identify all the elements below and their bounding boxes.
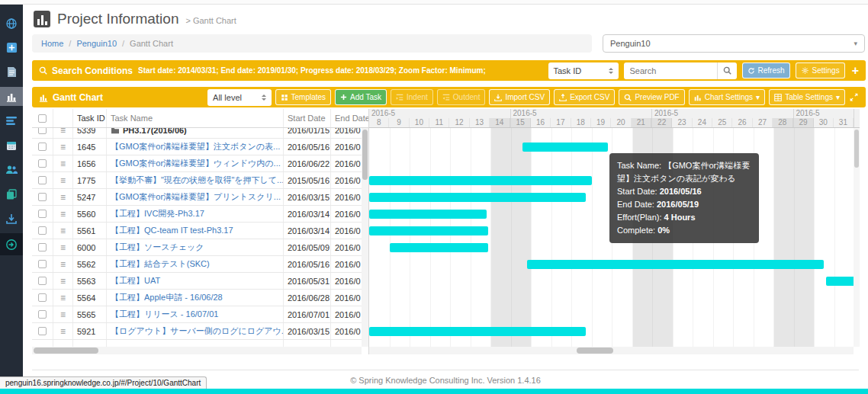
drag-handle-icon[interactable]: ≡: [53, 273, 73, 289]
drag-handle-icon[interactable]: ≡: [53, 306, 73, 322]
drag-handle-icon[interactable]: ≡: [53, 256, 73, 272]
task-name-link[interactable]: 【GMO案件or溝端様要望】プリントスクリ...: [107, 189, 284, 205]
scrollbar-thumb[interactable]: [854, 130, 859, 168]
row-checkbox[interactable]: [32, 128, 53, 138]
row-checkbox[interactable]: [32, 256, 53, 272]
table-row[interactable]: ≡5561【工程】QC-team IT test-Ph3.172016/03/1…: [32, 223, 368, 239]
breadcrumb-project-link[interactable]: Penguin10: [76, 39, 117, 48]
add-condition-button[interactable]: +: [852, 65, 859, 77]
sidebar-item-documents[interactable]: [0, 62, 23, 82]
select-all-checkbox[interactable]: [32, 109, 53, 127]
gantt-bar[interactable]: [826, 277, 854, 286]
drag-handle-icon[interactable]: ≡: [53, 139, 73, 155]
task-name-link[interactable]: 【工程】リリース - 16/07/01: [107, 306, 284, 322]
sidebar-item-globe[interactable]: [0, 14, 23, 33]
import-csv-button[interactable]: Import CSV: [489, 89, 550, 105]
table-row[interactable]: ≡5560【工程】IVC開発-Ph3.172016/03/142016/0: [32, 206, 368, 223]
scrollbar-thumb[interactable]: [362, 130, 368, 180]
row-checkbox[interactable]: [32, 223, 53, 239]
task-name-link[interactable]: 【工程】UAT: [107, 273, 284, 289]
row-checkbox[interactable]: [32, 189, 53, 205]
settings-button[interactable]: Settings: [796, 62, 845, 78]
sidebar-item-add[interactable]: [0, 38, 23, 57]
table-row[interactable]: ≡5247【GMO案件or溝端様要望】プリントスクリ...2016/03/152…: [32, 189, 368, 206]
table-row[interactable]: [32, 340, 368, 347]
task-name-link[interactable]: [107, 340, 284, 347]
table-horizontal-scrollbar[interactable]: [32, 347, 362, 354]
outdent-button[interactable]: Outdent: [437, 89, 486, 105]
table-row[interactable]: ≡5339PH3.17(2016/06)2016/01/152016/0: [32, 128, 368, 139]
drag-handle-icon[interactable]: ≡: [53, 239, 73, 255]
task-name-link[interactable]: 【工程】Apple申請 - 16/06/28: [107, 290, 284, 306]
refresh-button[interactable]: Refresh: [742, 62, 790, 78]
drag-handle-icon[interactable]: ≡: [53, 206, 73, 222]
row-checkbox[interactable]: [32, 340, 53, 347]
table-settings-button[interactable]: Table Settings ▾: [769, 89, 845, 105]
sidebar-item-project-info[interactable]: [0, 87, 23, 106]
row-checkbox[interactable]: [32, 239, 53, 255]
table-row[interactable]: ≡1775【挙動不審】"現在の状態を取得"を押下して...2015/05/162…: [32, 172, 368, 189]
task-name-link[interactable]: 【GMO案件or溝端様要望】注文ボタンの表...: [107, 139, 284, 155]
chart-horizontal-scrollbar[interactable]: [369, 347, 854, 354]
task-name-link[interactable]: 【工程】ソースチェック: [107, 239, 284, 255]
row-checkbox[interactable]: [32, 206, 53, 222]
scrollbar-thumb[interactable]: [34, 348, 98, 354]
row-checkbox[interactable]: [32, 323, 53, 339]
sidebar-item-tasks[interactable]: [0, 111, 23, 130]
search-submit-button[interactable]: [717, 62, 737, 79]
table-row[interactable]: ≡5564【工程】Apple申請 - 16/06/282016/06/28201…: [32, 290, 368, 306]
sidebar-item-downloads[interactable]: [0, 209, 23, 228]
table-row[interactable]: ≡5563【工程】UAT2016/05/312016/0: [32, 273, 368, 290]
row-checkbox[interactable]: [32, 155, 53, 171]
row-checkbox[interactable]: [32, 273, 53, 289]
drag-handle-icon[interactable]: [53, 340, 73, 347]
drag-handle-icon[interactable]: ≡: [53, 223, 73, 239]
indent-button[interactable]: Indent: [391, 89, 433, 105]
table-vertical-scrollbar[interactable]: [362, 128, 368, 347]
breadcrumb-home-link[interactable]: Home: [41, 39, 63, 48]
drag-handle-icon[interactable]: ≡: [53, 128, 73, 138]
table-row[interactable]: ≡1645【GMO案件or溝端様要望】注文ボタンの表...2016/05/162…: [32, 139, 368, 155]
task-name-link[interactable]: 【挙動不審】"現在の状態を取得"を押下して...: [107, 172, 284, 188]
chart-settings-button[interactable]: Chart Settings ▾: [689, 89, 765, 105]
project-select[interactable]: Penguin10 ▾: [603, 34, 865, 53]
drag-handle-icon[interactable]: ≡: [53, 189, 73, 205]
sidebar-item-logout[interactable]: [0, 233, 23, 255]
scrollbar-thumb[interactable]: [577, 348, 613, 354]
drag-handle-icon[interactable]: ≡: [53, 323, 73, 339]
row-checkbox[interactable]: [32, 172, 53, 188]
chart-vertical-scrollbar[interactable]: [854, 128, 860, 347]
gantt-bar[interactable]: [390, 243, 489, 252]
sidebar-item-calendar[interactable]: [0, 136, 23, 155]
table-row[interactable]: ≡5565【工程】リリース - 16/07/012016/07/012016/0: [32, 306, 368, 323]
drag-handle-icon[interactable]: ≡: [53, 172, 73, 188]
table-row[interactable]: ≡5562【工程】結合テスト(SKC)2016/05/162016/0: [32, 256, 368, 273]
task-name-link[interactable]: PH3.17(2016/06): [107, 128, 284, 138]
gantt-bar[interactable]: [527, 260, 825, 269]
row-checkbox[interactable]: [32, 306, 53, 322]
task-name-link[interactable]: 【工程】結合テスト(SKC): [107, 256, 284, 272]
task-name-link[interactable]: 【GMO案件or溝端様要望】ウィンドウ内の...: [107, 155, 284, 171]
sidebar-item-copy[interactable]: [0, 184, 23, 203]
table-row[interactable]: ≡5921【ログアウト】サーバー側のログにログアウ...2016/03/1520…: [32, 323, 368, 340]
level-select[interactable]: All level: [207, 89, 271, 106]
templates-button[interactable]: Templates: [275, 89, 332, 105]
drag-handle-icon[interactable]: ≡: [53, 290, 73, 306]
search-input[interactable]: [624, 62, 717, 79]
search-field-select[interactable]: Task ID: [548, 62, 619, 79]
gantt-bar[interactable]: [369, 193, 586, 202]
table-row[interactable]: ≡1656【GMO案件or溝端様要望】ウィンドウ内の...2016/06/222…: [32, 155, 368, 172]
task-name-link[interactable]: 【ログアウト】サーバー側のログにログアウ...: [107, 323, 284, 339]
task-name-link[interactable]: 【工程】QC-team IT test-Ph3.17: [107, 223, 284, 239]
preview-pdf-button[interactable]: Preview PDF: [619, 89, 684, 105]
drag-handle-icon[interactable]: ≡: [53, 155, 73, 171]
export-csv-button[interactable]: Export CSV: [554, 89, 615, 105]
row-checkbox[interactable]: [32, 139, 53, 155]
gantt-bar[interactable]: [369, 327, 586, 336]
add-task-button[interactable]: Add Task: [335, 89, 387, 105]
gantt-bar[interactable]: [369, 226, 488, 235]
task-name-link[interactable]: 【工程】IVC開発-Ph3.17: [107, 206, 284, 222]
sidebar-item-members[interactable]: [0, 160, 23, 179]
row-checkbox[interactable]: [32, 290, 53, 306]
gantt-bar[interactable]: [522, 143, 607, 152]
